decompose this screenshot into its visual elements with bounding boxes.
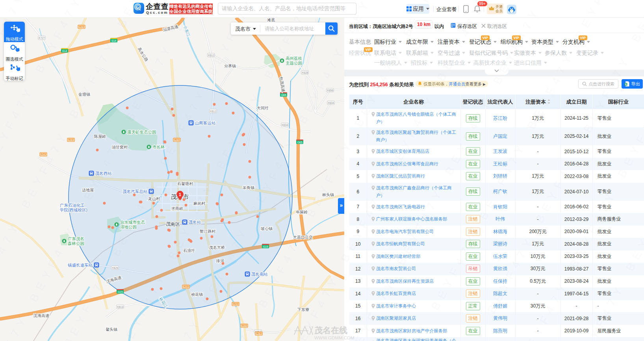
- svg-text:X613: X613: [117, 306, 123, 308]
- svg-text:山阁客运站: 山阁客运站: [195, 120, 216, 125]
- svg-text:X628: X628: [302, 71, 308, 74]
- svg-text:茂名南站: 茂名南站: [251, 272, 268, 276]
- svg-text:X626: X626: [112, 267, 118, 269]
- svg-text:陈屋岭: 陈屋岭: [94, 134, 106, 139]
- svg-text:广东石油化工: 广东石油化工: [60, 203, 85, 208]
- svg-text:鳌头镇: 鳌头镇: [106, 327, 117, 332]
- svg-text:S280: S280: [241, 324, 247, 327]
- svg-text:袂花镇: 袂花镇: [191, 292, 203, 297]
- svg-text:S14: S14: [111, 39, 117, 42]
- svg-text:学院(西城校区): 学院(西城校区): [60, 208, 87, 212]
- svg-text:X612: X612: [210, 110, 216, 113]
- svg-text:金塘镇: 金塘镇: [78, 92, 90, 96]
- svg-text:G65: G65: [297, 141, 302, 144]
- svg-text:S283: S283: [68, 139, 74, 141]
- svg-text:大同圩: 大同圩: [257, 106, 269, 110]
- svg-text:高州荔枝: 高州荔枝: [286, 56, 302, 61]
- svg-text:沈海高速: 沈海高速: [33, 313, 49, 318]
- svg-text:X727: X727: [39, 37, 45, 39]
- svg-text:森林公园: 森林公园: [68, 241, 84, 246]
- svg-text:G65: G65: [281, 94, 286, 96]
- svg-text:X634: X634: [328, 102, 334, 104]
- svg-text:X656: X656: [327, 89, 333, 92]
- svg-text:龙山村: 龙山村: [148, 196, 160, 201]
- svg-text:茂南区: 茂南区: [166, 221, 180, 227]
- svg-text:求雨岭: 求雨岭: [171, 206, 183, 211]
- svg-text:S14: S14: [62, 50, 67, 52]
- svg-text:S543: S543: [40, 153, 46, 156]
- svg-text:广东茂名: 广东茂名: [68, 236, 84, 241]
- svg-text:林头镇: 林头镇: [322, 193, 334, 197]
- svg-text:茂名西站: 茂名西站: [95, 171, 112, 176]
- svg-text:牛屎岭: 牛屎岭: [296, 210, 308, 214]
- svg-text:大昌口立交: 大昌口立交: [293, 235, 313, 239]
- svg-text:蟹江路村: 蟹江路村: [200, 229, 216, 234]
- svg-text:市长林: 市长林: [152, 145, 165, 149]
- svg-text:1: 1: [179, 192, 182, 197]
- svg-text:X612: X612: [208, 54, 214, 57]
- svg-text:S291: S291: [183, 285, 189, 288]
- svg-text:S281: S281: [256, 332, 262, 335]
- svg-text:S283: S283: [78, 26, 85, 28]
- svg-text:镇盛长途车站: 镇盛长途车站: [68, 263, 93, 267]
- svg-text:滩底: 滩底: [267, 18, 275, 22]
- svg-text:油甘窝村: 油甘窝村: [111, 145, 128, 149]
- svg-text:下东寮: 下东寮: [297, 308, 309, 312]
- svg-text:G15: G15: [117, 291, 122, 293]
- svg-text:X634: X634: [282, 124, 288, 126]
- svg-text:湿地公园: 湿地公园: [120, 224, 137, 229]
- svg-text:羊角镇: 羊角镇: [242, 185, 254, 190]
- svg-text:G15: G15: [263, 245, 268, 248]
- svg-text:露天矿生态公园: 露天矿生态公园: [127, 130, 156, 134]
- svg-text:麻岗村: 麻岗村: [193, 201, 206, 206]
- svg-text:茂名站: 茂名站: [189, 220, 201, 224]
- svg-text:S280: S280: [174, 139, 180, 141]
- svg-text:坡心镇: 坡心镇: [260, 226, 273, 231]
- svg-text:茂名汽车总站: 茂名汽车总站: [122, 189, 148, 194]
- svg-text:达地屋: 达地屋: [82, 188, 94, 192]
- svg-text:主题公园: 主题公园: [286, 61, 302, 65]
- svg-text:石浪圩: 石浪圩: [183, 248, 195, 253]
- svg-text:石鳌塘村: 石鳌塘村: [177, 182, 193, 186]
- svg-text:S291: S291: [232, 303, 239, 306]
- svg-text:茂名大桥: 茂名大桥: [209, 245, 225, 250]
- svg-text:合水城市生态: 合水城市生态: [120, 220, 145, 224]
- svg-text:分界镇: 分界镇: [224, 64, 236, 68]
